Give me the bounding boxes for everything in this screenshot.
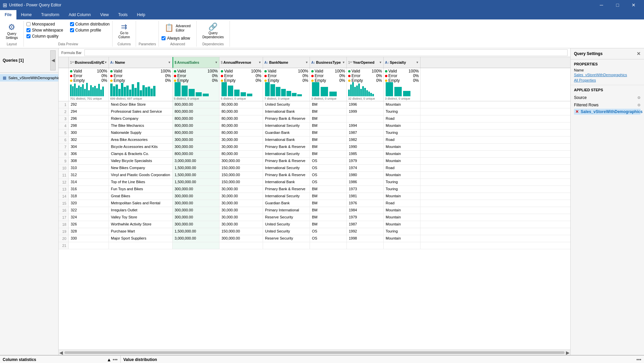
column-distribution-checkbox[interactable] bbox=[70, 22, 74, 26]
monospaced-checkbox-row: Monospaced bbox=[26, 21, 63, 27]
tab-help[interactable]: Help bbox=[132, 10, 150, 19]
value-distribution-panel: Value distribution ••• 300000 800000 150… bbox=[121, 356, 644, 363]
column-quality-label: Column quality bbox=[32, 34, 58, 39]
advanced-editor-button[interactable]: 📋 AdvancedEditor bbox=[162, 21, 193, 34]
tab-tools[interactable]: Tools bbox=[114, 10, 132, 19]
step-filtered-rows[interactable]: Filtered Rows ⚙ bbox=[574, 101, 641, 109]
col-name-8: Specialty bbox=[390, 60, 406, 64]
row-number-cell: 16 bbox=[59, 207, 69, 214]
column-stats-title: Column statistics bbox=[3, 357, 36, 362]
all-properties-link[interactable]: All Properties bbox=[574, 78, 641, 82]
step-x-icon[interactable]: ✕ bbox=[575, 109, 579, 114]
step-filtered-rows-gear-icon[interactable]: ⚙ bbox=[637, 103, 641, 107]
maximize-button[interactable]: □ bbox=[610, 0, 625, 10]
col-header-name[interactable]: A↕ Name ▼ bbox=[109, 57, 173, 68]
query-dependencies-button[interactable]: 🔗 QueryDependencies bbox=[199, 21, 227, 41]
table-row: 19328Purchase Mart1,500,000.00150,000.00… bbox=[59, 228, 570, 235]
col-header-yearopened[interactable]: 1²³ YearOpened ▼ bbox=[347, 57, 384, 68]
table-cell: 1998 bbox=[347, 235, 384, 242]
always-allow-checkbox[interactable] bbox=[162, 36, 166, 40]
profile-distinct-8: 3 distinct, 0 unique bbox=[385, 97, 419, 100]
table-cell: 324 bbox=[69, 214, 109, 221]
go-to-column-icon: ⇉ bbox=[121, 23, 127, 31]
go-to-column-button[interactable]: ⇉ Go toColumn bbox=[115, 21, 133, 41]
step-sales-vstoredemographics[interactable]: ✕ Sales_vStoreWithDemographics bbox=[574, 109, 641, 115]
table-row: 17324Valley Toy Store300,000.0030,000.00… bbox=[59, 214, 570, 221]
monospaced-checkbox[interactable] bbox=[26, 22, 30, 26]
query-dependencies-label: QueryDependencies bbox=[202, 31, 224, 39]
scrollbar-horizontal[interactable]: ◀ ▶ bbox=[59, 350, 570, 355]
columns-group-label: Columns bbox=[115, 42, 133, 46]
col-header-specialty[interactable]: A↕ Specialty ▼ bbox=[384, 57, 421, 68]
row-number-cell: 13 bbox=[59, 186, 69, 193]
table-cell: OS bbox=[310, 228, 347, 235]
scroll-thumb[interactable] bbox=[64, 351, 565, 354]
table-cell: BM bbox=[310, 101, 347, 108]
value-distribution-title: Value distribution bbox=[123, 357, 157, 362]
formula-input[interactable] bbox=[84, 49, 568, 56]
collapse-queries-button[interactable]: ◀ bbox=[50, 50, 56, 70]
step-source-gear-icon[interactable]: ⚙ bbox=[637, 96, 641, 100]
show-whitespace-checkbox[interactable] bbox=[26, 28, 30, 32]
col-filter-7[interactable]: ▼ bbox=[379, 61, 382, 64]
table-cell: 294 bbox=[69, 108, 109, 115]
column-quality-checkbox[interactable] bbox=[26, 34, 30, 38]
tab-add-column[interactable]: Add Column bbox=[64, 10, 95, 19]
scroll-right-button[interactable]: ▶ bbox=[566, 350, 570, 355]
table-cell: BM bbox=[310, 108, 347, 115]
minimize-button[interactable]: ─ bbox=[594, 0, 609, 10]
tab-home[interactable]: Home bbox=[16, 10, 37, 19]
query-settings-button[interactable]: ⚙ QuerySettings bbox=[3, 21, 21, 42]
ribbon: File Home Transform Add Column View Tool… bbox=[0, 10, 644, 48]
col-name-5: BankName bbox=[269, 60, 288, 64]
col-type-icon-4: $ bbox=[221, 61, 223, 64]
table-cell: 304 bbox=[69, 144, 109, 150]
value-distribution-more-button[interactable]: ••• bbox=[636, 357, 641, 362]
column-stats-scroll-up[interactable]: ▲ bbox=[107, 357, 111, 362]
col-header-bankname[interactable]: A↕ BankName ▼ bbox=[263, 57, 310, 68]
col-filter-8[interactable]: ▼ bbox=[416, 61, 419, 64]
row-number-cell: 15 bbox=[59, 200, 69, 207]
col-filter-5[interactable]: ▼ bbox=[305, 61, 308, 64]
step-source[interactable]: Source ⚙ bbox=[574, 94, 641, 101]
query-item-sales[interactable]: ▦ Sales_vStoreWithDemographics bbox=[0, 74, 58, 82]
table-cell: 30,000.00 bbox=[219, 137, 263, 143]
col-filter-1[interactable]: ▼ bbox=[104, 61, 107, 64]
table-cell: Top of the Line Bikes bbox=[109, 179, 173, 186]
column-profile-checkbox[interactable] bbox=[70, 28, 74, 32]
profile-specialty: Valid100% Error0% Empty0% 3 distinct, 0 … bbox=[384, 68, 421, 101]
table-row: 2294Professional Sales and Service800,00… bbox=[59, 108, 570, 115]
table-row: 6302Area Bike Accessories300,000.0030,00… bbox=[59, 137, 570, 144]
row-number-cell: 6 bbox=[59, 137, 69, 143]
tab-file[interactable]: File bbox=[0, 10, 16, 19]
col-name-1: BusinessEntityID bbox=[75, 60, 104, 64]
profile-yearopened: Valid100% Error0% Empty0% bbox=[347, 68, 384, 101]
table-cell: 308 bbox=[69, 158, 109, 164]
properties-name-value[interactable]: Sales_vStoreWithDemographics bbox=[574, 73, 641, 77]
data-rows-container: 1292Next-Door Bike Store800,000.0080,000… bbox=[59, 101, 570, 350]
close-button[interactable]: ✕ bbox=[626, 0, 641, 10]
col-filter-2[interactable]: ▼ bbox=[168, 61, 171, 64]
query-settings-close-button[interactable]: ✕ bbox=[637, 51, 641, 56]
col-filter-4[interactable]: ▼ bbox=[258, 61, 261, 64]
row-number-cell: 12 bbox=[59, 179, 69, 186]
column-stats-more-button[interactable]: ••• bbox=[113, 357, 118, 362]
table-cell: United Security bbox=[263, 221, 310, 228]
table-cell bbox=[263, 242, 310, 249]
col-header-businessentityid[interactable]: 1²³ BusinessEntityID ▼ bbox=[69, 57, 109, 68]
table-cell: Touring bbox=[384, 186, 421, 193]
tab-transform[interactable]: Transform bbox=[37, 10, 64, 19]
col-filter-6[interactable]: ▼ bbox=[342, 61, 345, 64]
col-header-annualrevenue[interactable]: $ AnnualRevenue ▼ bbox=[219, 57, 263, 68]
title-bar-title: Untitled - Power Query Editor bbox=[9, 3, 61, 7]
col-filter-3[interactable]: ▼ bbox=[215, 61, 218, 64]
table-cell: 1979 bbox=[347, 158, 384, 164]
profile-distinct-1: 701 distinct, 701 unique bbox=[70, 97, 107, 100]
scroll-left-button[interactable]: ◀ bbox=[59, 350, 63, 355]
col-header-annualsales[interactable]: $ AnnualSales ▼ bbox=[173, 57, 219, 68]
tab-view[interactable]: View bbox=[95, 10, 114, 19]
table-cell: Mountain bbox=[384, 101, 421, 108]
col-header-businesstype[interactable]: A↕ BusinessType ▼ bbox=[310, 57, 347, 68]
query-settings-title: Query Settings bbox=[574, 51, 602, 56]
table-cell bbox=[173, 242, 219, 249]
